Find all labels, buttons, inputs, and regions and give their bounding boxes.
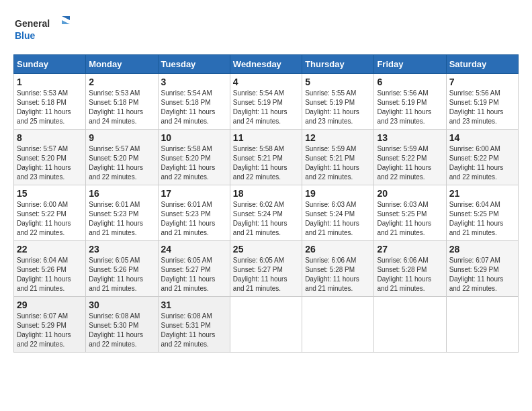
day-number: 27: [377, 244, 443, 255]
header-tuesday: Tuesday: [158, 55, 230, 74]
day-number: 16: [89, 188, 154, 199]
day-number: 11: [233, 132, 299, 143]
day-number: 14: [449, 132, 515, 143]
svg-text:Blue: Blue: [15, 30, 36, 41]
day-info: Sunrise: 6:03 AM Sunset: 5:25 PM Dayligh…: [377, 200, 443, 238]
day-info: Sunrise: 5:54 AM Sunset: 5:18 PM Dayligh…: [161, 89, 227, 126]
calendar-cell: [302, 297, 374, 353]
day-info: Sunrise: 5:56 AM Sunset: 5:19 PM Dayligh…: [449, 89, 515, 126]
header-sunday: Sunday: [14, 55, 86, 74]
svg-marker-3: [62, 16, 70, 20]
calendar-cell: 15Sunrise: 6:00 AM Sunset: 5:22 PM Dayli…: [14, 185, 86, 241]
calendar-week-5: 29Sunrise: 6:07 AM Sunset: 5:29 PM Dayli…: [14, 297, 519, 353]
calendar-cell: 11Sunrise: 5:58 AM Sunset: 5:21 PM Dayli…: [230, 130, 302, 185]
day-info: Sunrise: 6:07 AM Sunset: 5:29 PM Dayligh…: [449, 256, 515, 293]
day-info: Sunrise: 6:05 AM Sunset: 5:27 PM Dayligh…: [161, 256, 227, 293]
day-info: Sunrise: 5:53 AM Sunset: 5:18 PM Dayligh…: [17, 89, 83, 126]
calendar-cell: [230, 297, 302, 353]
calendar-cell: 30Sunrise: 6:08 AM Sunset: 5:30 PM Dayli…: [86, 297, 158, 353]
day-info: Sunrise: 6:02 AM Sunset: 5:24 PM Dayligh…: [233, 200, 299, 238]
day-info: Sunrise: 6:04 AM Sunset: 5:25 PM Dayligh…: [449, 200, 515, 238]
day-number: 9: [89, 132, 154, 143]
day-number: 10: [161, 132, 227, 143]
calendar-cell: 14Sunrise: 6:00 AM Sunset: 5:22 PM Dayli…: [446, 130, 518, 185]
calendar-cell: 26Sunrise: 6:06 AM Sunset: 5:28 PM Dayli…: [302, 241, 374, 297]
header-wednesday: Wednesday: [230, 55, 302, 74]
calendar-cell: 23Sunrise: 6:05 AM Sunset: 5:26 PM Dayli…: [86, 241, 158, 297]
calendar-header-row: SundayMondayTuesdayWednesdayThursdayFrid…: [14, 55, 519, 74]
day-info: Sunrise: 6:05 AM Sunset: 5:26 PM Dayligh…: [89, 256, 154, 293]
day-number: 18: [233, 188, 299, 199]
calendar-cell: 10Sunrise: 5:58 AM Sunset: 5:20 PM Dayli…: [158, 130, 230, 185]
calendar-cell: 7Sunrise: 5:56 AM Sunset: 5:19 PM Daylig…: [446, 74, 518, 130]
calendar-cell: 27Sunrise: 6:06 AM Sunset: 5:28 PM Dayli…: [374, 241, 446, 297]
header-saturday: Saturday: [446, 55, 518, 74]
logo: General Blue: [13, 13, 74, 44]
day-info: Sunrise: 6:06 AM Sunset: 5:28 PM Dayligh…: [377, 256, 443, 293]
day-number: 15: [17, 188, 83, 199]
header-friday: Friday: [374, 55, 446, 74]
day-info: Sunrise: 6:07 AM Sunset: 5:29 PM Dayligh…: [17, 312, 83, 349]
day-info: Sunrise: 5:53 AM Sunset: 5:18 PM Dayligh…: [89, 89, 154, 126]
day-info: Sunrise: 5:58 AM Sunset: 5:20 PM Dayligh…: [161, 144, 227, 182]
header-thursday: Thursday: [302, 55, 374, 74]
calendar-table: SundayMondayTuesdayWednesdayThursdayFrid…: [13, 54, 519, 353]
day-number: 23: [89, 244, 154, 255]
calendar-cell: 12Sunrise: 5:59 AM Sunset: 5:21 PM Dayli…: [302, 130, 374, 185]
day-info: Sunrise: 6:01 AM Sunset: 5:23 PM Dayligh…: [161, 200, 227, 238]
day-number: 29: [17, 300, 83, 310]
day-info: Sunrise: 5:54 AM Sunset: 5:19 PM Dayligh…: [233, 89, 299, 126]
header-monday: Monday: [86, 55, 158, 74]
day-info: Sunrise: 6:03 AM Sunset: 5:24 PM Dayligh…: [305, 200, 371, 238]
day-info: Sunrise: 6:06 AM Sunset: 5:28 PM Dayligh…: [305, 256, 371, 293]
calendar-cell: 20Sunrise: 6:03 AM Sunset: 5:25 PM Dayli…: [374, 185, 446, 241]
day-info: Sunrise: 6:08 AM Sunset: 5:31 PM Dayligh…: [161, 312, 227, 349]
day-info: Sunrise: 6:00 AM Sunset: 5:22 PM Dayligh…: [449, 144, 515, 182]
day-number: 6: [377, 77, 443, 87]
calendar-cell: 31Sunrise: 6:08 AM Sunset: 5:31 PM Dayli…: [158, 297, 230, 353]
day-number: 22: [17, 244, 83, 255]
day-info: Sunrise: 6:01 AM Sunset: 5:23 PM Dayligh…: [89, 200, 154, 238]
calendar-cell: 6Sunrise: 5:56 AM Sunset: 5:19 PM Daylig…: [374, 74, 446, 130]
day-number: 19: [305, 188, 371, 199]
day-number: 12: [305, 132, 371, 143]
calendar-cell: 5Sunrise: 5:55 AM Sunset: 5:19 PM Daylig…: [302, 74, 374, 130]
calendar-week-1: 1Sunrise: 5:53 AM Sunset: 5:18 PM Daylig…: [14, 74, 519, 130]
day-number: 13: [377, 132, 443, 143]
day-info: Sunrise: 5:56 AM Sunset: 5:19 PM Dayligh…: [377, 89, 443, 126]
day-info: Sunrise: 5:55 AM Sunset: 5:19 PM Dayligh…: [305, 89, 371, 126]
calendar-cell: 13Sunrise: 5:59 AM Sunset: 5:22 PM Dayli…: [374, 130, 446, 185]
day-info: Sunrise: 5:59 AM Sunset: 5:22 PM Dayligh…: [377, 144, 443, 182]
day-number: 31: [161, 300, 227, 310]
svg-text:General: General: [15, 18, 50, 29]
day-number: 30: [89, 300, 154, 310]
day-number: 2: [89, 77, 154, 87]
day-number: 25: [233, 244, 299, 255]
day-info: Sunrise: 5:58 AM Sunset: 5:21 PM Dayligh…: [233, 144, 299, 182]
calendar-cell: 22Sunrise: 6:04 AM Sunset: 5:26 PM Dayli…: [14, 241, 86, 297]
day-info: Sunrise: 6:05 AM Sunset: 5:27 PM Dayligh…: [233, 256, 299, 293]
day-number: 1: [17, 77, 83, 87]
calendar-cell: 3Sunrise: 5:54 AM Sunset: 5:18 PM Daylig…: [158, 74, 230, 130]
logo-svg: General Blue: [13, 13, 74, 44]
calendar-cell: 19Sunrise: 6:03 AM Sunset: 5:24 PM Dayli…: [302, 185, 374, 241]
day-info: Sunrise: 6:08 AM Sunset: 5:30 PM Dayligh…: [89, 312, 154, 349]
day-number: 5: [305, 77, 371, 87]
day-number: 24: [161, 244, 227, 255]
calendar-cell: 28Sunrise: 6:07 AM Sunset: 5:29 PM Dayli…: [446, 241, 518, 297]
calendar-week-4: 22Sunrise: 6:04 AM Sunset: 5:26 PM Dayli…: [14, 241, 519, 297]
day-number: 21: [449, 188, 515, 199]
day-number: 28: [449, 244, 515, 255]
day-number: 8: [17, 132, 83, 143]
day-number: 7: [449, 77, 515, 87]
calendar-cell: [446, 297, 518, 353]
day-info: Sunrise: 5:59 AM Sunset: 5:21 PM Dayligh…: [305, 144, 371, 182]
calendar-cell: [374, 297, 446, 353]
calendar-cell: 2Sunrise: 5:53 AM Sunset: 5:18 PM Daylig…: [86, 74, 158, 130]
day-number: 20: [377, 188, 443, 199]
day-info: Sunrise: 5:57 AM Sunset: 5:20 PM Dayligh…: [89, 144, 154, 182]
day-number: 17: [161, 188, 227, 199]
calendar-cell: 18Sunrise: 6:02 AM Sunset: 5:24 PM Dayli…: [230, 185, 302, 241]
svg-marker-4: [62, 20, 70, 24]
day-number: 4: [233, 77, 299, 87]
